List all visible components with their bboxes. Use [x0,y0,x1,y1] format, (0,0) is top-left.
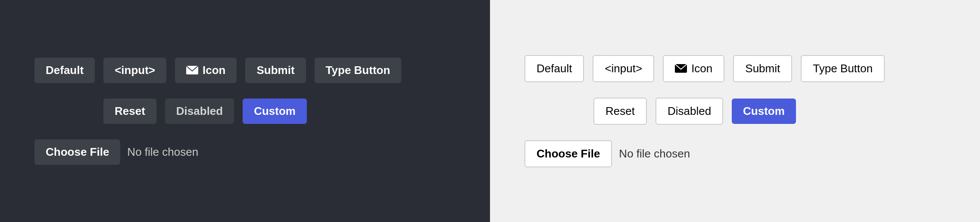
dark-icon-label: Icon [203,64,225,77]
dark-typebutton-button[interactable]: Type Button [315,58,402,83]
light-input-button[interactable]: <input> [593,55,654,82]
dark-icon-button[interactable]: Icon [175,58,237,83]
dark-disabled-button: Disabled [165,99,234,124]
light-panel: Default <input> Icon Submit Type Button … [490,0,980,222]
dark-submit-button[interactable]: Submit [245,58,306,83]
light-no-file-label: No file chosen [619,147,690,160]
dark-reset-button[interactable]: Reset [103,99,156,124]
light-default-button[interactable]: Default [524,55,584,82]
envelope-icon-light [675,64,687,73]
light-row-1: Default <input> Icon Submit Type Button [524,55,946,82]
dark-row-1: Default <input> Icon Submit Type Button [34,58,456,83]
light-disabled-button: Disabled [655,98,723,125]
dark-custom-button[interactable]: Custom [243,99,307,124]
light-submit-button[interactable]: Submit [733,55,792,82]
light-icon-label: Icon [691,62,712,75]
dark-row-2: Reset Disabled Custom [34,99,456,124]
dark-file-row: Choose File No file chosen [34,139,456,165]
dark-input-button[interactable]: <input> [103,58,166,83]
dark-choose-file-button[interactable]: Choose File [34,139,120,165]
light-row-2: Reset Disabled Custom [524,98,946,125]
envelope-icon-dark [186,66,198,74]
light-choose-file-button[interactable]: Choose File [524,140,612,167]
light-custom-button[interactable]: Custom [732,99,796,124]
light-icon-button[interactable]: Icon [663,55,724,82]
dark-panel: Default <input> Icon Submit Type Button … [0,0,490,222]
light-reset-button[interactable]: Reset [593,98,647,125]
light-file-row: Choose File No file chosen [524,140,946,167]
dark-default-button[interactable]: Default [34,58,95,83]
dark-no-file-label: No file chosen [127,145,198,159]
light-typebutton-button[interactable]: Type Button [801,55,885,82]
